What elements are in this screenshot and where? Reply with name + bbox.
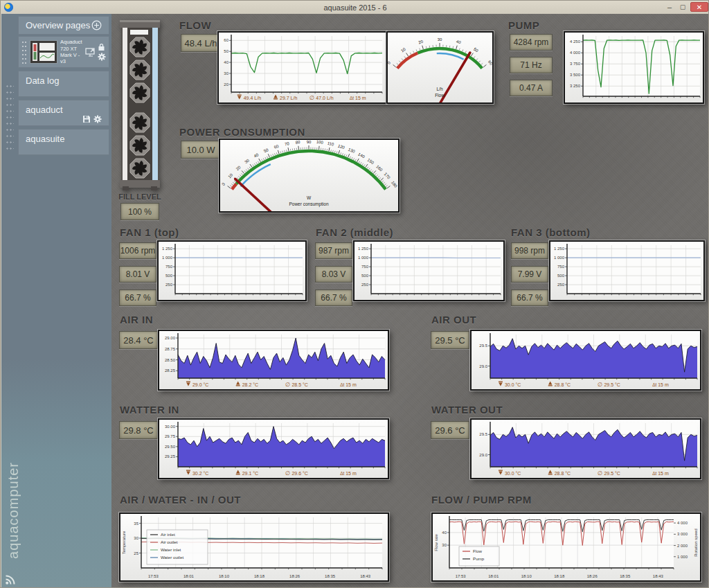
svg-text:170: 170 — [384, 172, 392, 180]
svg-text:Δt: Δt — [652, 471, 656, 476]
svg-text:1 250: 1 250 — [162, 247, 173, 251]
fan1-section-title: FAN 1 (top) — [120, 226, 179, 238]
svg-text:750: 750 — [557, 265, 565, 269]
sidebar-collapse-handle[interactable] — [6, 83, 14, 152]
svg-text:110: 110 — [327, 141, 334, 147]
svg-text:29.00: 29.00 — [165, 336, 176, 340]
pump-section-title: PUMP — [508, 19, 539, 31]
svg-text:30: 30 — [134, 536, 138, 540]
flow-section-title: FLOW — [179, 19, 211, 31]
svg-text:250: 250 — [557, 283, 565, 287]
air-out-badge: 29.5 °C — [431, 331, 469, 349]
sidebar-item-device-overview[interactable]: Aquaduct 720 XT Mark V - v3 — [18, 36, 109, 68]
svg-text:150: 150 — [367, 158, 375, 166]
svg-text:140: 140 — [357, 152, 366, 159]
svg-text:Air outlet: Air outlet — [161, 540, 178, 544]
sidebar-item-aquasuite[interactable]: aquasuite — [18, 129, 109, 155]
close-button[interactable]: ✕ — [690, 2, 708, 12]
flow-pump-section-title: FLOW / PUMP RPM — [431, 494, 532, 506]
svg-text:30: 30 — [224, 71, 228, 75]
svg-text:29.25: 29.25 — [165, 454, 176, 458]
device-thumbnail — [30, 40, 57, 64]
svg-text:30: 30 — [438, 37, 442, 42]
svg-text:30: 30 — [442, 543, 447, 547]
fan1-rpm-badge: 1006 rpm — [119, 242, 156, 259]
svg-text:18:43: 18:43 — [360, 574, 371, 578]
svg-text:Flow rate: Flow rate — [434, 534, 438, 551]
svg-text:160: 160 — [375, 164, 384, 172]
svg-text:18:10: 18:10 — [219, 574, 230, 578]
power-value-badge: 10.0 W — [181, 141, 221, 159]
add-page-icon[interactable] — [91, 20, 102, 30]
svg-text:20: 20 — [224, 82, 228, 87]
svg-text:50: 50 — [473, 47, 479, 53]
svg-text:1 250: 1 250 — [554, 247, 565, 251]
svg-text:25: 25 — [134, 551, 138, 555]
svg-text:750: 750 — [165, 265, 173, 269]
power-gauge-panel: 0102030405060708090100110120130140150160… — [219, 139, 400, 213]
svg-text:3 250: 3 250 — [570, 84, 581, 88]
svg-text:10: 10 — [227, 172, 233, 179]
sidebar-item-overview-pages[interactable]: Overview pages — [18, 16, 109, 35]
lock-icon[interactable] — [98, 43, 105, 51]
svg-text:29.5 °C: 29.5 °C — [604, 382, 620, 387]
device-settings-gear-icon[interactable] — [98, 53, 106, 61]
svg-text:∅: ∅ — [598, 470, 602, 476]
titlebar: aquasuite 2015 - 6 – ▢ ✕ — [1, 1, 709, 14]
svg-text:50: 50 — [263, 148, 269, 153]
svg-text:Water outlet: Water outlet — [161, 555, 183, 560]
fan2-rpm-badge: 987 rpm — [315, 242, 352, 259]
rss-icon[interactable] — [5, 574, 16, 585]
water-out-section-title: WATTER OUT — [431, 404, 503, 416]
svg-text:500: 500 — [361, 274, 369, 278]
svg-text:80: 80 — [296, 140, 301, 145]
svg-text:30: 30 — [244, 158, 250, 164]
svg-text:28.25: 28.25 — [165, 368, 176, 373]
svg-text:3 000: 3 000 — [677, 532, 688, 536]
sidebar-item-data-log[interactable]: Data log — [18, 71, 109, 97]
pump-current-badge: 0.47 A — [510, 80, 553, 96]
sidebar: Overview pages Aquaduct 720 XT Mark V - … — [1, 14, 111, 588]
save-icon[interactable] — [82, 115, 91, 123]
svg-text:18:10: 18:10 — [521, 574, 532, 578]
fan3-percent-badge: 66.7 % — [511, 289, 548, 306]
svg-text:90: 90 — [307, 140, 312, 144]
minimize-button[interactable]: – — [664, 2, 675, 12]
water-in-chart-panel: 29.2529.5029.7530.0030.2 °C29.1 °C∅29.6 … — [158, 418, 389, 479]
svg-text:29.75: 29.75 — [165, 434, 176, 438]
sidebar-item-aquaduct[interactable]: aquaduct — [18, 100, 109, 126]
svg-text:130: 130 — [348, 148, 356, 154]
send-to-display-icon[interactable] — [85, 47, 96, 57]
drag-grip-icon[interactable] — [21, 40, 27, 64]
fan3-voltage-badge: 7.99 V — [511, 266, 548, 283]
svg-text:∅: ∅ — [285, 382, 290, 388]
aquaduct-settings-gear-icon[interactable] — [93, 115, 102, 123]
svg-text:1 000: 1 000 — [677, 555, 688, 559]
pump-rpm-badge: 4284 rpm — [510, 34, 553, 51]
svg-text:18:26: 18:26 — [289, 574, 300, 578]
svg-text:Rotation speed: Rotation speed — [694, 528, 698, 556]
overview-pages-label: Overview pages — [26, 20, 90, 30]
pump-hz-badge: 71 Hz — [510, 57, 553, 73]
svg-text:15 m: 15 m — [658, 471, 669, 476]
svg-text:49.4 L/h: 49.4 L/h — [244, 96, 261, 100]
svg-text:500: 500 — [165, 274, 173, 278]
maximize-button[interactable]: ▢ — [677, 2, 688, 12]
flow-chart-panel: 203040506049.4 L/h29.7 L/h∅47.0 L/hΔt15 … — [217, 31, 387, 104]
svg-text:Δt: Δt — [652, 382, 656, 387]
air-out-chart-panel: 29.029.530.0 °C28.8 °C∅29.5 °CΔt15 m — [470, 330, 701, 391]
svg-text:18:18: 18:18 — [254, 574, 265, 578]
svg-text:500: 500 — [557, 274, 565, 278]
svg-text:30.0 °C: 30.0 °C — [505, 382, 521, 387]
air-in-badge: 28.4 °C — [119, 331, 158, 349]
svg-text:Pump: Pump — [473, 556, 485, 561]
app-window: aquasuite 2015 - 6 – ▢ ✕ Overview pages — [0, 0, 709, 588]
fan3-rpm-badge: 998 rpm — [511, 242, 548, 259]
aquaduct-label: aquaduct — [26, 105, 63, 115]
flow-pump-chart-panel: 30401 0002 0003 0004 00017:5318:0118:101… — [431, 513, 701, 582]
svg-text:1 000: 1 000 — [554, 256, 565, 260]
device-name: Aquaduct 720 XT Mark V - v3 — [60, 39, 85, 65]
svg-text:4 000: 4 000 — [677, 521, 688, 525]
svg-text:20: 20 — [235, 165, 242, 171]
svg-text:18:18: 18:18 — [554, 574, 565, 578]
